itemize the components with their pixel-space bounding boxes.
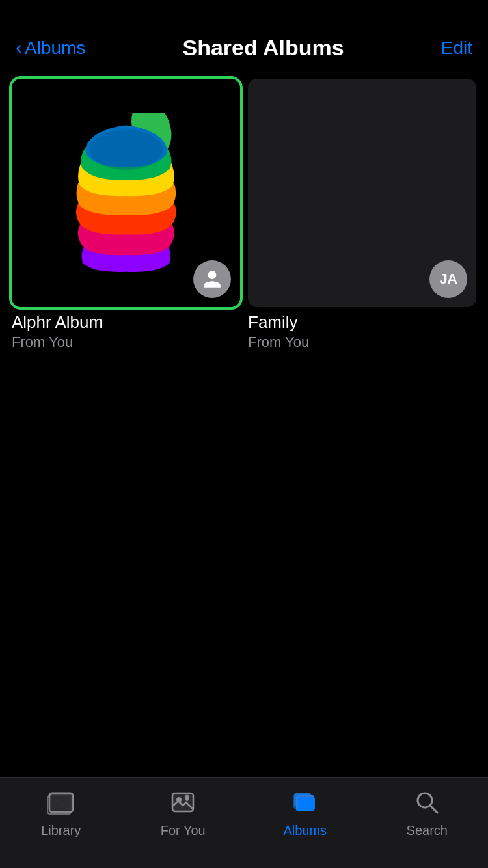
header: ‹ Albums Shared Albums Edit [0, 0, 488, 68]
album-subtitle-family: From You [248, 334, 476, 351]
album-item-family[interactable]: JA Family From You [248, 79, 476, 351]
person-icon [202, 269, 223, 290]
svg-rect-16 [298, 797, 315, 810]
edit-button[interactable]: Edit [441, 38, 472, 59]
back-label: Albums [25, 38, 85, 59]
albums-tab-icon [288, 785, 322, 819]
albums-grid: Alphr Album From You JA Family From You [0, 68, 488, 361]
tab-library-label: Library [41, 823, 81, 838]
svg-line-18 [430, 806, 437, 813]
album-name-alphr: Alphr Album [12, 312, 240, 332]
album-thumbnail-alphr [12, 79, 240, 307]
tab-albums-label: Albums [283, 823, 327, 838]
album-avatar-family: JA [429, 260, 467, 298]
svg-point-1 [89, 129, 163, 169]
svg-rect-8 [49, 794, 73, 812]
tab-bar: Library For You [0, 777, 488, 868]
tab-search[interactable]: Search [366, 785, 489, 838]
back-button[interactable]: ‹ Albums [16, 38, 85, 59]
page-title: Shared Albums [182, 35, 344, 61]
tab-for-you-label: For You [161, 823, 206, 838]
apple-logo-icon [46, 113, 206, 273]
tab-library[interactable]: Library [0, 785, 122, 838]
album-avatar-alphr [193, 260, 231, 298]
tab-for-you[interactable]: For You [122, 785, 245, 838]
library-tab-icon [44, 785, 78, 819]
album-thumbnail-family: JA [248, 79, 476, 307]
for-you-tab-icon [166, 785, 200, 819]
svg-rect-9 [172, 793, 193, 811]
tab-albums[interactable]: Albums [244, 785, 366, 838]
album-name-family: Family [248, 312, 476, 332]
tab-search-label: Search [407, 823, 448, 838]
album-item-alphr[interactable]: Alphr Album From You [12, 79, 240, 351]
album-subtitle-alphr: From You [12, 334, 240, 351]
search-tab-icon [410, 785, 444, 819]
back-chevron-icon: ‹ [16, 38, 22, 57]
avatar-initials-family: JA [439, 271, 457, 288]
